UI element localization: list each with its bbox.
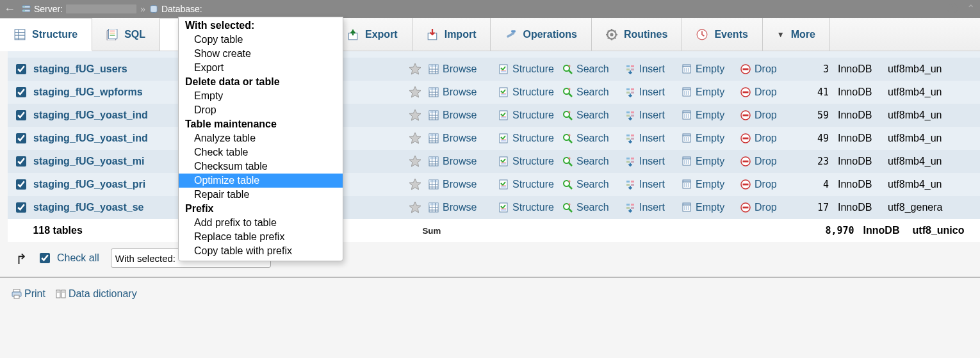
row-checkbox[interactable]	[16, 156, 26, 167]
structure-link[interactable]: Structure	[498, 63, 562, 75]
favorite-star-icon[interactable]	[409, 201, 421, 214]
browse-icon	[429, 202, 439, 213]
row-checkbox[interactable]	[16, 133, 26, 143]
browse-link[interactable]: Browse	[429, 179, 498, 190]
structure-link[interactable]: Structure	[498, 133, 562, 144]
dropdown-item[interactable]: Copy table	[179, 33, 343, 47]
favorite-star-icon[interactable]	[409, 155, 421, 168]
insert-link[interactable]: Insert	[625, 156, 682, 167]
dropdown-item[interactable]: Checksum table	[179, 159, 343, 174]
dropdown-item[interactable]: Check table	[179, 145, 343, 159]
tab-more[interactable]: ▼ More	[763, 18, 830, 51]
dropdown-group-header: Prefix	[179, 202, 343, 216]
favorite-star-icon[interactable]	[409, 63, 421, 76]
search-link[interactable]: Search	[562, 86, 625, 98]
dropdown-item[interactable]: Replace table prefix	[179, 230, 343, 244]
insert-link[interactable]: Insert	[625, 133, 682, 144]
tab-routines[interactable]: Routines	[592, 18, 682, 51]
search-link[interactable]: Search	[562, 156, 625, 167]
page-settings-icon[interactable]	[947, 3, 958, 16]
with-selected-dropdown[interactable]: With selected: Copy tableShow createExpo…	[178, 17, 343, 261]
check-all-checkbox[interactable]: Check all	[37, 251, 99, 265]
favorite-star-icon[interactable]	[409, 178, 421, 191]
tab-export[interactable]: Export	[333, 18, 412, 51]
browse-link[interactable]: Browse	[429, 156, 498, 167]
server-icon	[22, 4, 31, 13]
drop-link[interactable]: Drop	[740, 110, 794, 121]
tab-structure[interactable]: Structure	[0, 18, 92, 51]
insert-link[interactable]: Insert	[625, 86, 682, 98]
dropdown-item[interactable]: Drop	[179, 103, 343, 117]
drop-icon	[740, 156, 751, 167]
routines-icon	[606, 29, 617, 40]
drop-link[interactable]: Drop	[740, 179, 794, 190]
drop-link[interactable]: Drop	[740, 86, 794, 98]
structure-link[interactable]: Structure	[498, 202, 562, 213]
structure-icon	[498, 64, 509, 74]
insert-link[interactable]: Insert	[625, 110, 682, 121]
empty-link[interactable]: Empty	[682, 156, 740, 167]
browse-link[interactable]: Browse	[429, 63, 498, 75]
tab-sql[interactable]: SQL	[92, 18, 160, 51]
dropdown-item[interactable]: Optimize table	[179, 174, 343, 188]
collation: utf8mb4_un	[883, 110, 956, 121]
tab-operations[interactable]: Operations	[491, 18, 591, 51]
empty-link[interactable]: Empty	[682, 202, 740, 213]
dropdown-item[interactable]: Repair table	[179, 188, 343, 202]
browse-icon	[429, 156, 439, 167]
row-checkbox[interactable]	[16, 179, 26, 190]
tab-import[interactable]: Import	[412, 18, 491, 51]
engine-type: InnoDB	[831, 63, 883, 75]
row-checkbox[interactable]	[16, 87, 26, 97]
row-checkbox[interactable]	[16, 110, 26, 120]
browse-link[interactable]: Browse	[429, 110, 498, 121]
drop-link[interactable]: Drop	[740, 133, 794, 144]
browse-link[interactable]: Browse	[429, 86, 498, 98]
dropdown-item[interactable]: Export	[179, 61, 343, 75]
empty-link[interactable]: Empty	[682, 63, 740, 75]
dictionary-icon	[56, 289, 66, 299]
dropdown-item[interactable]: Show create	[179, 47, 343, 61]
empty-link[interactable]: Empty	[682, 133, 740, 144]
dropdown-item[interactable]: Empty	[179, 89, 343, 103]
back-arrow-icon[interactable]: ←	[4, 3, 15, 16]
drop-link[interactable]: Drop	[740, 63, 794, 75]
structure-link[interactable]: Structure	[498, 110, 562, 121]
collapse-icon[interactable]: ⌃	[967, 3, 975, 15]
insert-link[interactable]: Insert	[625, 179, 682, 190]
row-count: 59	[794, 110, 831, 121]
drop-link[interactable]: Drop	[740, 202, 794, 213]
dropdown-item[interactable]: Analyze table	[179, 131, 343, 145]
drop-link[interactable]: Drop	[740, 156, 794, 167]
search-link[interactable]: Search	[562, 63, 625, 75]
breadcrumb-bar: ← Server: » Database: ⌃	[0, 0, 980, 18]
dropdown-item[interactable]: Copy table with prefix	[179, 244, 343, 258]
empty-link[interactable]: Empty	[682, 110, 740, 121]
insert-link[interactable]: Insert	[625, 63, 682, 75]
row-checkbox[interactable]	[16, 64, 26, 74]
favorite-star-icon[interactable]	[409, 109, 421, 122]
database-segment[interactable]: Database:	[149, 4, 202, 14]
empty-link[interactable]: Empty	[682, 86, 740, 98]
search-link[interactable]: Search	[562, 110, 625, 121]
browse-link[interactable]: Browse	[429, 202, 498, 213]
browse-link[interactable]: Browse	[429, 133, 498, 144]
search-link[interactable]: Search	[562, 133, 625, 144]
check-all-input[interactable]	[40, 253, 50, 263]
server-segment[interactable]: Server:	[22, 4, 136, 14]
structure-link[interactable]: Structure	[498, 179, 562, 190]
row-checkbox[interactable]	[16, 202, 26, 213]
search-link[interactable]: Search	[562, 179, 625, 190]
search-link[interactable]: Search	[562, 202, 625, 213]
engine-type: InnoDB	[831, 202, 883, 213]
favorite-star-icon[interactable]	[409, 132, 421, 145]
dropdown-item[interactable]: Add prefix to table	[179, 216, 343, 230]
structure-link[interactable]: Structure	[498, 86, 562, 98]
structure-link[interactable]: Structure	[498, 156, 562, 167]
favorite-star-icon[interactable]	[409, 86, 421, 99]
empty-link[interactable]: Empty	[682, 179, 740, 190]
print-link[interactable]: Print	[12, 288, 45, 300]
insert-link[interactable]: Insert	[625, 202, 682, 213]
tab-events[interactable]: Events	[682, 18, 762, 51]
data-dictionary-link[interactable]: Data dictionary	[56, 288, 137, 300]
